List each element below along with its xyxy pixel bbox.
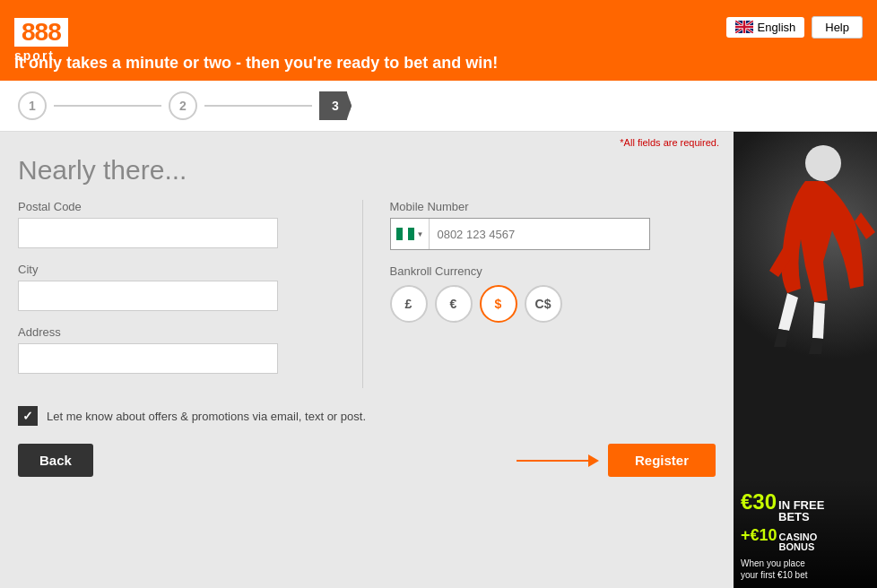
register-arrow	[517, 454, 599, 467]
step-line-1	[54, 105, 161, 107]
mobile-number-input[interactable]	[430, 219, 648, 249]
arrow-shaft	[517, 460, 588, 462]
nigeria-flag-icon	[396, 228, 414, 240]
form-right: Mobile Number ▼	[363, 200, 716, 388]
bottom-buttons: Back Register	[0, 444, 734, 491]
svg-rect-3	[408, 228, 414, 240]
casino-bonus-row: +€10 CASINO BONUS	[741, 526, 870, 552]
step-2: 2	[169, 91, 197, 120]
postal-code-input[interactable]	[18, 218, 278, 248]
logo-888: 888	[14, 18, 68, 47]
postal-code-label: Postal Code	[18, 200, 344, 213]
svg-rect-1	[396, 228, 403, 240]
address-label: Address	[18, 325, 344, 339]
uk-flag-icon	[735, 21, 753, 33]
free-bets-row: €30 IN FREE BETS	[741, 489, 870, 523]
mobile-number-group: Mobile Number ▼	[390, 200, 716, 250]
step-1: 1	[18, 91, 47, 120]
casino-bonus-label: CASINO BONUS	[779, 532, 818, 552]
form-left: Postal Code City Address	[18, 200, 363, 388]
mobile-number-label: Mobile Number	[390, 200, 716, 213]
city-group: City	[18, 263, 344, 311]
sidebar-ad: €30 IN FREE BETS +€10 CASINO BONUS Wh	[734, 132, 877, 588]
header: 888 sport English Help It only takes a m…	[0, 0, 877, 81]
checkbox-row: Let me know about offers & promotions vi…	[0, 388, 734, 444]
flag-dropdown-arrow: ▼	[417, 230, 424, 238]
currency-eur[interactable]: €	[435, 285, 473, 323]
ad-bottom: €30 IN FREE BETS +€10 CASINO BONUS Wh	[734, 479, 877, 588]
ad-when-text: When you placeyour first €10 bet	[741, 558, 870, 581]
language-button[interactable]: English	[726, 17, 805, 38]
city-input[interactable]	[18, 281, 278, 311]
free-bets-label: IN FREE BETS	[778, 499, 824, 523]
header-controls: English Help	[726, 16, 863, 39]
register-area: Register	[517, 444, 716, 477]
step-line-2	[204, 105, 312, 107]
postal-code-group: Postal Code	[18, 200, 344, 248]
steps-bar: 1 2 3	[0, 81, 877, 132]
step-3-active: 3	[319, 91, 352, 120]
currency-gbp[interactable]: £	[390, 285, 428, 323]
ad-content: €30 IN FREE BETS +€10 CASINO BONUS Wh	[734, 132, 877, 588]
currency-label: Bankroll Currency	[390, 264, 716, 278]
svg-rect-2	[403, 228, 408, 240]
language-label: English	[758, 21, 796, 34]
form-area: *All fields are required. Nearly there..…	[0, 132, 734, 588]
checkbox-label: Let me know about offers & promotions vi…	[47, 410, 366, 423]
form-columns: Postal Code City Address Mobile	[0, 200, 734, 388]
required-note: *All fields are required.	[0, 132, 734, 148]
help-button[interactable]: Help	[812, 16, 863, 39]
register-button[interactable]: Register	[608, 444, 716, 477]
city-label: City	[18, 263, 344, 276]
svg-point-4	[805, 145, 841, 181]
address-input[interactable]	[18, 343, 278, 374]
casino-amount: +€10	[741, 526, 777, 545]
arrow-head	[588, 454, 599, 467]
player-illustration	[734, 132, 877, 365]
currency-section: Bankroll Currency £ € $ C$	[390, 264, 716, 323]
main-layout: *All fields are required. Nearly there..…	[0, 132, 877, 588]
header-tagline: It only takes a minute or two - then you…	[14, 54, 498, 73]
mobile-flag-selector[interactable]: ▼	[391, 219, 430, 249]
form-title: Nearly there...	[0, 148, 734, 200]
back-button[interactable]: Back	[18, 444, 93, 477]
currency-usd[interactable]: $	[480, 285, 517, 323]
currency-buttons: £ € $ C$	[390, 285, 716, 323]
currency-cad[interactable]: C$	[525, 285, 562, 323]
free-bets-amount: €30	[741, 489, 777, 514]
address-group: Address	[18, 325, 344, 374]
promotions-checkbox[interactable]	[18, 406, 38, 426]
mobile-input-wrapper: ▼	[390, 218, 650, 250]
